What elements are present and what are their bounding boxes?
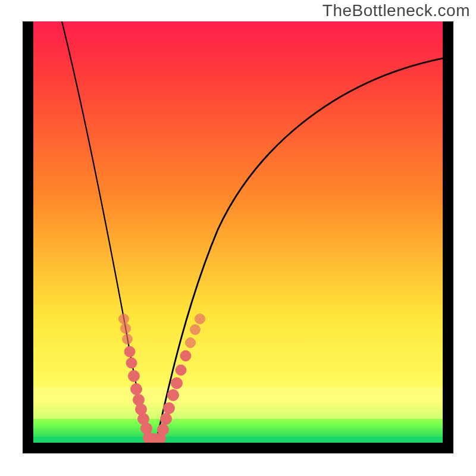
chart-area (0, 0, 476, 476)
svg-point-21 (186, 338, 196, 348)
svg-point-5 (129, 371, 140, 382)
svg-point-17 (168, 390, 179, 401)
svg-point-19 (176, 365, 186, 375)
svg-point-14 (158, 424, 169, 436)
watermark-text: TheBottleneck.com (322, 1, 470, 20)
svg-point-4 (126, 358, 137, 368)
svg-point-23 (195, 314, 205, 324)
svg-point-22 (190, 325, 201, 335)
plot-body (33, 21, 443, 443)
svg-point-0 (119, 314, 129, 324)
svg-point-18 (171, 378, 183, 389)
svg-point-15 (161, 414, 172, 425)
svg-point-20 (180, 350, 191, 361)
plot-svg (33, 21, 443, 443)
svg-point-1 (121, 324, 131, 334)
svg-point-2 (123, 334, 133, 345)
green-bottom-strip (33, 437, 443, 443)
svg-point-3 (124, 346, 135, 357)
svg-point-16 (164, 403, 175, 414)
svg-point-6 (131, 384, 142, 395)
plot-background (33, 21, 443, 443)
figure: TheBottleneck.com (0, 0, 476, 476)
yellow-band (33, 387, 443, 419)
